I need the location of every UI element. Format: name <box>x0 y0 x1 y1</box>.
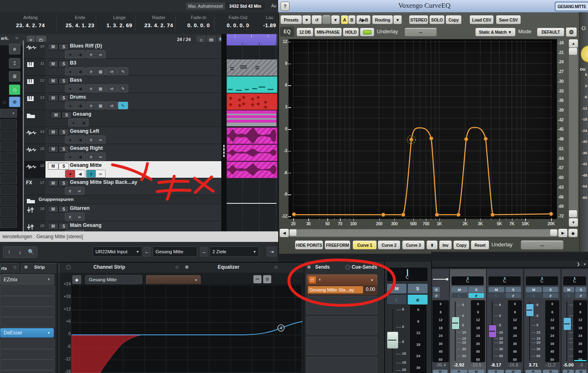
send-slot-empty[interactable] <box>307 337 377 355</box>
channel-gain-value[interactable]: -2.92 <box>450 362 468 367</box>
mode-select[interactable]: DEFAULT <box>537 28 564 37</box>
insert-slot-empty[interactable] <box>0 285 55 296</box>
hold-button[interactable]: HOLD <box>343 28 359 37</box>
ab-a-button[interactable]: A <box>341 15 348 24</box>
route-icon[interactable]: ⊕ <box>9 97 20 107</box>
event-clip[interactable] <box>227 179 277 194</box>
channel-gain-value[interactable]: 3.71 <box>524 362 543 367</box>
rack-button-0[interactable]: e <box>9 44 20 54</box>
mixer-fader-handle[interactable] <box>526 304 534 317</box>
edit-channel-button[interactable]: e <box>86 51 96 58</box>
track-row[interactable]: Gruppenspuren <box>24 195 221 204</box>
copy-a-to-b-button[interactable]: A▶B <box>356 15 371 24</box>
chevron-down-icon[interactable]: ▼ <box>370 278 374 282</box>
track-name[interactable]: Gesang Mitte <box>70 162 102 168</box>
mixer-mute-button[interactable]: M <box>526 287 542 292</box>
track-row[interactable]: 13MSDrums●◀e▦‹e✎ <box>24 93 221 110</box>
rack-button-2[interactable]: ≣ <box>9 71 20 82</box>
record-enable-button[interactable]: ● <box>65 170 75 177</box>
presets-button[interactable]: Presets <box>280 15 302 24</box>
hide-points-button[interactable]: HIDE POINTS <box>295 240 323 250</box>
rack-slot[interactable] <box>0 130 17 140</box>
info-col-value-3[interactable]: 23. 4. 2. 74 <box>136 22 181 28</box>
track-row[interactable]: MSGesang●◀ <box>24 110 221 127</box>
mixer-channel[interactable]: Se06121824304050-36.4W <box>432 269 450 373</box>
goto-output-button[interactable]: → <box>200 246 208 257</box>
curve2-button[interactable]: Curve 2 <box>378 240 400 250</box>
rack-slot-dropdown[interactable]: ▼ <box>0 109 17 118</box>
mute-button[interactable]: M <box>48 129 58 136</box>
mixer-channel[interactable]: CMSLe605101520300006121824304050-8.17-16… <box>486 269 523 373</box>
rack-slot[interactable] <box>0 141 17 151</box>
rack-slot[interactable] <box>0 119 17 129</box>
solo-button[interactable]: S <box>58 223 69 230</box>
automation-read-button[interactable]: R <box>525 370 541 373</box>
send-destination-label[interactable]: Gesang Mitte Sla...ay <box>308 286 363 293</box>
insert-slot-empty[interactable] <box>0 349 55 360</box>
monitor-button[interactable]: ◀ <box>75 136 85 143</box>
event-clip[interactable] <box>227 127 277 144</box>
record-enable-button[interactable]: ● <box>65 68 75 75</box>
input-routing-select[interactable]: UR22Mkii Input▼ <box>93 246 142 257</box>
mute-button[interactable]: M <box>48 95 58 101</box>
edit-channel-button[interactable]: e <box>86 85 96 92</box>
help-button[interactable]: ? <box>281 2 290 11</box>
automation-write-button[interactable]: W <box>575 370 586 373</box>
info-col-value-0[interactable]: 23. 4. 2. 74 <box>8 22 53 28</box>
hscrollbar[interactable] <box>289 229 558 237</box>
chevron-down-icon[interactable]: ▼ <box>583 263 586 266</box>
eq-settings-gear-icon[interactable]: ⚙ <box>263 275 271 283</box>
track-row[interactable]: 16MSGesang Mitte●◀e∞ <box>24 161 221 178</box>
freeform-button[interactable]: FREEFORM <box>324 240 350 250</box>
track-name[interactable]: B3 <box>70 60 76 66</box>
copy-curve-button[interactable]: Copy <box>453 240 469 250</box>
marker-menu-icon[interactable]: = <box>15 36 18 41</box>
send-prepost-icon[interactable]: ◖ <box>318 277 321 282</box>
rack-button-1[interactable]: ⑄ <box>9 58 20 69</box>
mute-button[interactable]: M <box>51 112 61 119</box>
prev-channel-button[interactable]: ↑ <box>4 247 15 257</box>
automation-write-button[interactable]: W <box>543 370 559 373</box>
mixer-edit-button[interactable]: e <box>469 293 484 298</box>
solo-button[interactable]: S <box>58 146 69 153</box>
channel-gain-value[interactable]: -36.4 <box>432 362 449 367</box>
strip-listen-button[interactable]: L <box>387 294 407 305</box>
mixer-channel[interactable]: CMSLe605101520300006121824304050-5.00-3R… <box>561 269 588 373</box>
insert-slot-deesser[interactable]: DeEsser▼ <box>0 328 54 338</box>
insert-slot-ezmix[interactable]: EZmix▼ <box>0 274 54 285</box>
event-clip[interactable] <box>227 222 277 231</box>
strip-edit-button[interactable]: e <box>407 294 428 305</box>
input-transformer-button[interactable]: ‹e <box>106 68 117 75</box>
mixer-listen-button[interactable]: L <box>526 293 542 298</box>
vscroll-thumb2[interactable] <box>569 210 577 217</box>
channel-gain-value[interactable]: -8.17 <box>487 362 505 367</box>
solo-button[interactable]: S <box>58 163 69 170</box>
routing-button[interactable]: Routing <box>372 15 393 24</box>
instrument-icon[interactable]: ▦ <box>96 85 105 92</box>
mixer-solo-button[interactable]: S <box>543 287 559 292</box>
event-clip[interactable] <box>227 196 277 203</box>
solo-button[interactable]: S <box>58 129 69 136</box>
mixer-pan-control[interactable]: C <box>452 276 484 285</box>
spectrum-led-button[interactable] <box>360 28 374 37</box>
mixer-solo-button[interactable]: S <box>433 287 440 292</box>
redo-button[interactable] <box>322 15 331 24</box>
edit-channel-button[interactable]: e <box>86 68 96 75</box>
mixer-solo-button[interactable]: S <box>469 287 484 292</box>
tab-sends[interactable]: Sends <box>315 264 330 270</box>
edit-channel-button[interactable]: e <box>86 102 96 109</box>
track-name[interactable]: Gruppenspuren <box>39 197 74 202</box>
eq-channel-name-field[interactable]: Gesang Mitte <box>85 275 142 284</box>
automation-write-button[interactable]: W <box>433 370 447 373</box>
strip-solo-button[interactable]: S <box>407 283 428 294</box>
track-row[interactable]: 14MSGesang Left●◀e∞ <box>24 127 221 144</box>
rack-slot[interactable] <box>0 196 17 206</box>
automation-write-button[interactable]: W <box>506 370 521 373</box>
reset-button[interactable]: Reset <box>471 240 489 250</box>
pan-control[interactable]: C <box>387 267 428 282</box>
send-slot1-value-row[interactable]: Gesang Mitte Sla...ay0.00 <box>307 285 377 295</box>
eq-reset-button[interactable]: ⏮ <box>253 275 262 283</box>
mute-button[interactable]: M <box>48 78 58 84</box>
rack-slot[interactable] <box>0 163 17 173</box>
track-name[interactable]: Gesang Right <box>70 145 103 151</box>
